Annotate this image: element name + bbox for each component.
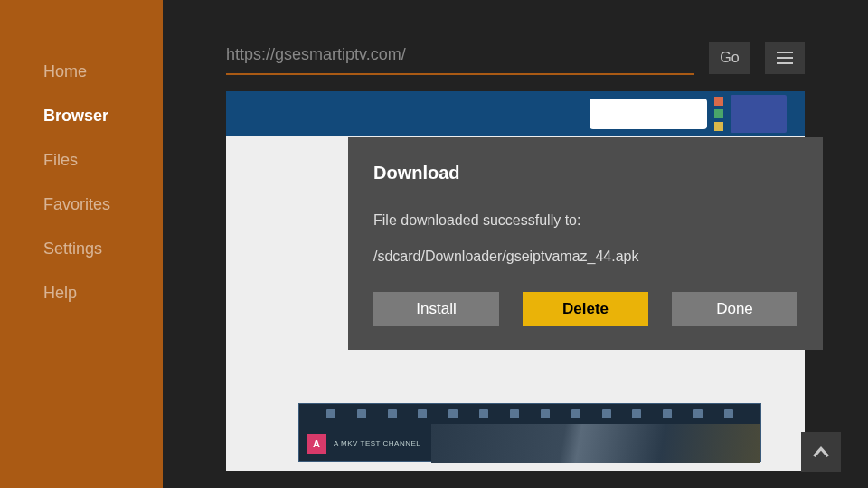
sidebar-item-favorites[interactable]: Favorites	[0, 183, 163, 227]
chevron-up-icon	[813, 446, 829, 457]
sidebar-item-help[interactable]: Help	[0, 271, 163, 315]
dialog-file-path: /sdcard/Downloader/gseiptvamaz_44.apk	[373, 249, 797, 265]
banner-status-dots	[714, 97, 723, 131]
sidebar: Home Browser Files Favorites Settings He…	[0, 0, 163, 488]
dialog-message: File downloaded successfully to:	[373, 212, 797, 229]
banner-device-mock	[590, 99, 707, 129]
download-dialog: Download File downloaded successfully to…	[348, 137, 823, 350]
dialog-button-row: Install Delete Done	[373, 292, 797, 326]
done-button[interactable]: Done	[672, 292, 797, 326]
player-toolbar	[299, 404, 760, 424]
svg-rect-1	[777, 57, 793, 59]
scroll-to-top-button[interactable]	[801, 432, 841, 472]
sidebar-item-files[interactable]: Files	[0, 138, 163, 183]
delete-button[interactable]: Delete	[523, 292, 648, 326]
url-bar: Go	[163, 0, 868, 75]
sidebar-item-settings[interactable]: Settings	[0, 227, 163, 271]
sidebar-item-home[interactable]: Home	[0, 50, 163, 94]
page-hero-banner	[226, 91, 805, 136]
svg-marker-3	[813, 446, 829, 457]
url-input[interactable]	[226, 40, 694, 75]
player-video-frame	[431, 424, 760, 463]
channel-badge: A	[307, 434, 326, 454]
go-button[interactable]: Go	[709, 42, 750, 74]
svg-rect-0	[777, 52, 793, 53]
main-area: Go A A MKV TEST CHANNEL	[163, 0, 868, 488]
banner-thumbnail	[731, 95, 787, 133]
svg-rect-2	[777, 62, 793, 64]
menu-button[interactable]	[765, 42, 805, 74]
sidebar-item-browser[interactable]: Browser	[0, 94, 163, 138]
video-player-preview: A A MKV TEST CHANNEL	[298, 403, 761, 462]
dialog-title: Download	[373, 163, 797, 183]
install-button[interactable]: Install	[373, 292, 499, 326]
channel-name: A MKV TEST CHANNEL	[334, 439, 420, 447]
hamburger-icon	[777, 52, 793, 64]
